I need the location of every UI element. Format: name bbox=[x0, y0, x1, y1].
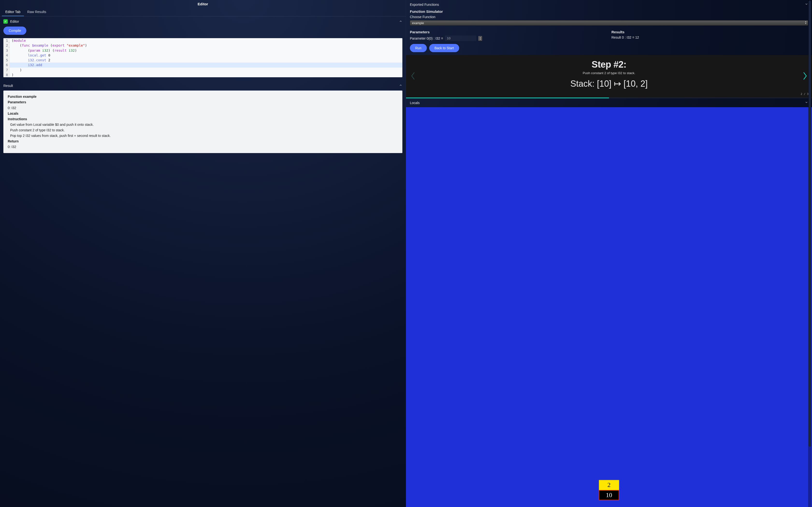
parameter-stepper[interactable]: ▲▼ bbox=[478, 36, 482, 41]
step-counter: 2 / 3 bbox=[801, 93, 809, 96]
scrollbar[interactable] bbox=[808, 0, 812, 507]
code-editor[interactable]: 1⌄(module 2⌄ (func $example (export "exa… bbox=[3, 38, 402, 77]
function-select[interactable]: example bbox=[410, 20, 808, 25]
locals-label: Locals bbox=[410, 101, 419, 105]
run-button[interactable]: Run bbox=[410, 44, 427, 52]
back-to-start-button[interactable]: Back to Start bbox=[429, 44, 459, 52]
editor-enabled-checkbox[interactable]: ✓ bbox=[3, 19, 8, 24]
stack-cell-top: 2 bbox=[599, 480, 619, 490]
select-arrows-icon: ▲▼ bbox=[805, 21, 807, 24]
chevron-up-icon bbox=[399, 19, 402, 24]
stack-visualization-canvas: 2 10 bbox=[406, 107, 812, 507]
result-section-header[interactable]: Result bbox=[0, 80, 406, 91]
tab-editor[interactable]: Editor Tab bbox=[2, 8, 24, 16]
chevron-down-icon bbox=[805, 101, 808, 105]
editor-tabs: Editor Tab Raw Results bbox=[0, 8, 406, 16]
compile-button[interactable]: Compile bbox=[3, 26, 27, 35]
result-0-value: Result 0 : I32 = 12 bbox=[611, 36, 808, 39]
exported-functions-header[interactable]: Exported Functions bbox=[406, 0, 812, 9]
parameters-heading: Parameters bbox=[410, 30, 607, 34]
chevron-down-icon bbox=[805, 2, 808, 6]
step-description: Push constant 2 of type I32 to stack. bbox=[406, 71, 812, 75]
scrollbar-thumb[interactable] bbox=[809, 0, 811, 447]
exported-functions-label: Exported Functions bbox=[410, 3, 439, 6]
stack-transition: Stack: [10] ↦ [10, 2] bbox=[406, 79, 812, 89]
simulator-stage: Step #2: Push constant 2 of type I32 to … bbox=[406, 55, 812, 98]
step-title: Step #2: bbox=[406, 59, 812, 70]
stack-cell-bottom: 10 bbox=[599, 490, 619, 500]
results-heading: Results bbox=[611, 30, 808, 34]
locals-header[interactable]: Locals bbox=[406, 98, 812, 107]
result-output: Function example Parameters 0: I32 Local… bbox=[3, 91, 402, 153]
editor-pane-title: Editor bbox=[0, 0, 406, 8]
choose-function-label: Choose Function bbox=[406, 14, 812, 20]
simulator-title: Function Simulator bbox=[406, 9, 812, 14]
parameter-0-label: Parameter 0(0) : I32 = bbox=[410, 37, 443, 40]
prev-step-button[interactable] bbox=[408, 69, 418, 83]
editor-section-label: Editor bbox=[10, 19, 19, 23]
result-section-label: Result bbox=[3, 84, 13, 88]
function-select-value: example bbox=[412, 21, 424, 25]
tab-raw-results[interactable]: Raw Results bbox=[24, 8, 50, 16]
chevron-up-icon bbox=[399, 83, 402, 88]
parameter-0-input[interactable] bbox=[445, 36, 476, 41]
editor-section-header[interactable]: ✓ Editor bbox=[0, 16, 406, 26]
